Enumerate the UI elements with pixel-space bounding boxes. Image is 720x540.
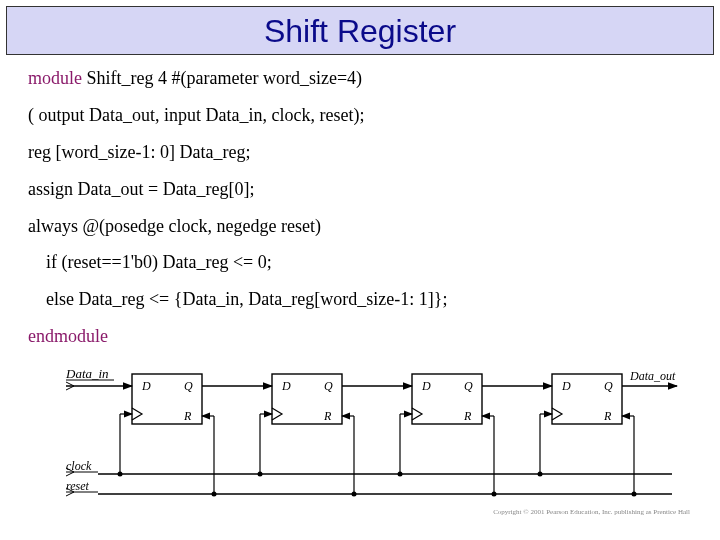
svg-point-28 — [352, 492, 357, 497]
svg-point-31 — [492, 492, 497, 497]
code-line-7: else Data_reg <= {Data_in, Data_reg[word… — [28, 286, 692, 314]
code-line-6: if (reset==1'b0) Data_reg <= 0; — [28, 249, 692, 277]
code-line-5: always @(posedge clock, negedge reset) — [28, 213, 692, 241]
code-line-3: reg [word_size-1: 0] Data_reg; — [28, 139, 692, 167]
code-block: module Shift_reg 4 #(parameter word_size… — [0, 55, 720, 364]
code-line-4: assign Data_out = Data_reg[0]; — [28, 176, 692, 204]
label-data-out: Data_out — [629, 369, 676, 383]
svg-point-16 — [258, 472, 263, 477]
slide-title-bar: Shift Register — [6, 6, 714, 55]
flipflop-2 — [272, 374, 342, 424]
svg-point-34 — [632, 492, 637, 497]
keyword-endmodule: endmodule — [28, 326, 108, 346]
code-line-8: endmodule — [28, 323, 692, 351]
code-line-2: ( output Data_out, input Data_in, clock,… — [28, 102, 692, 130]
label-reset: reset — [66, 479, 90, 493]
svg-point-25 — [212, 492, 217, 497]
shift-register-diagram: D Q R Data_in Data_out clock reset — [62, 366, 700, 506]
reset-taps — [202, 416, 637, 497]
flipflop-3 — [412, 374, 482, 424]
svg-point-22 — [538, 472, 543, 477]
flipflop-4 — [552, 374, 622, 424]
keyword-module: module — [28, 68, 82, 88]
svg-point-13 — [118, 472, 123, 477]
code-line-1: module Shift_reg 4 #(parameter word_size… — [28, 65, 692, 93]
flipflop-1 — [132, 374, 202, 424]
svg-point-19 — [398, 472, 403, 477]
copyright-text: Copyright © 2001 Pearson Education, Inc.… — [0, 508, 690, 516]
code-l1-rest: Shift_reg 4 #(parameter word_size=4) — [82, 68, 362, 88]
label-clock: clock — [66, 459, 92, 473]
label-data-in: Data_in — [65, 366, 109, 381]
slide-title: Shift Register — [7, 13, 713, 50]
